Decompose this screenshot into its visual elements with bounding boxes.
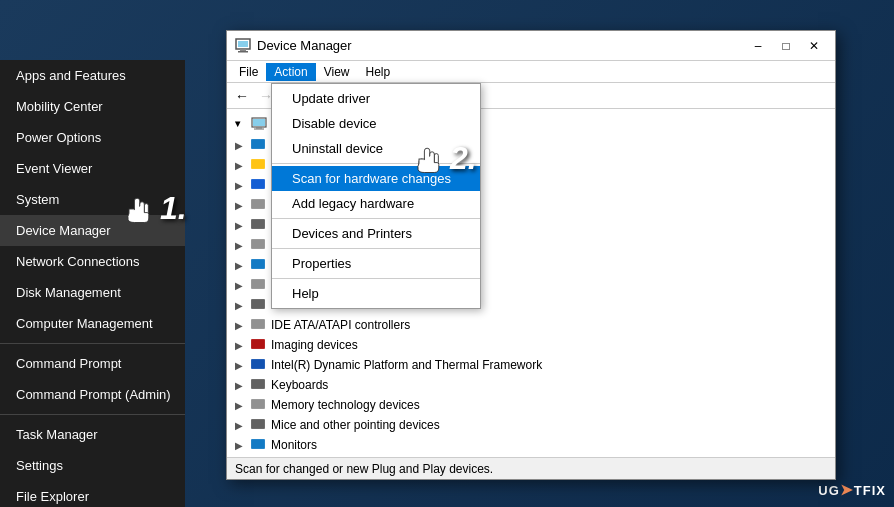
device-icon — [251, 297, 267, 313]
tree-item-label: Intel(R) Dynamic Platform and Thermal Fr… — [271, 358, 542, 372]
action-item-uninstall-device[interactable]: Uninstall device — [272, 136, 480, 161]
svg-rect-22 — [252, 220, 264, 228]
svg-rect-14 — [252, 140, 264, 148]
tree-expander: ▶ — [235, 300, 251, 311]
context-menu-label: Settings — [16, 458, 63, 473]
device-icon — [251, 257, 267, 273]
tree-item-mice[interactable]: ▶ Mice and other pointing devices — [227, 415, 835, 435]
tree-expander: ▶ — [235, 280, 251, 291]
menu-view[interactable]: View — [316, 63, 358, 81]
tree-item-label: Imaging devices — [271, 338, 358, 352]
action-item-properties[interactable]: Properties — [272, 251, 480, 276]
device-icon — [251, 397, 267, 413]
minimize-button[interactable]: – — [745, 36, 771, 56]
context-menu-label: Command Prompt — [16, 356, 121, 371]
device-icon — [251, 137, 267, 153]
menu-action[interactable]: Action — [266, 63, 315, 81]
svg-rect-18 — [252, 180, 264, 188]
context-menu-item-settings[interactable]: Settings — [0, 450, 185, 481]
context-menu-label: Network Connections — [16, 254, 140, 269]
tree-expander: ▶ — [235, 140, 251, 151]
device-icon — [251, 417, 267, 433]
context-menu-label: Command Prompt (Admin) — [16, 387, 171, 402]
context-menu-label: Power Options — [16, 130, 101, 145]
action-item-devices-printers[interactable]: Devices and Printers — [272, 221, 480, 246]
svg-rect-26 — [252, 260, 264, 268]
window-controls: – □ ✕ — [745, 36, 827, 56]
action-item-help[interactable]: Help — [272, 281, 480, 306]
context-menu-item-system[interactable]: System — [0, 184, 185, 215]
context-menu-item-task-manager[interactable]: Task Manager — [0, 419, 185, 450]
menu-help[interactable]: Help — [358, 63, 399, 81]
context-menu-item-mobility-center[interactable]: Mobility Center — [0, 91, 185, 122]
action-item-add-legacy[interactable]: Add legacy hardware — [272, 191, 480, 216]
tree-expander: ▶ — [235, 220, 251, 231]
dropdown-separator — [272, 218, 480, 219]
context-menu-label: Task Manager — [16, 427, 98, 442]
action-item-disable-device[interactable]: Disable device — [272, 111, 480, 136]
context-menu: Apps and FeaturesMobility CenterPower Op… — [0, 60, 185, 507]
context-menu-item-file-explorer[interactable]: File Explorer — [0, 481, 185, 507]
svg-rect-30 — [252, 300, 264, 308]
tree-expander: ▶ — [235, 380, 251, 391]
tree-expander: ▶ — [235, 440, 251, 451]
tree-expander: ▶ — [235, 360, 251, 371]
device-icon — [251, 317, 267, 333]
tree-item-memory[interactable]: ▶ Memory technology devices — [227, 395, 835, 415]
action-item-scan-hardware[interactable]: Scan for hardware changes — [272, 166, 480, 191]
device-icon — [251, 157, 267, 173]
svg-rect-7 — [240, 49, 246, 51]
menu-bar: File Action View Help Update driverDisab… — [227, 61, 835, 83]
svg-rect-38 — [252, 380, 264, 388]
tree-item-keyboards[interactable]: ▶ Keyboards — [227, 375, 835, 395]
svg-rect-36 — [252, 360, 264, 368]
close-button[interactable]: ✕ — [801, 36, 827, 56]
svg-rect-8 — [238, 51, 248, 53]
device-icon — [251, 377, 267, 393]
dropdown-separator — [272, 248, 480, 249]
tree-expander: ▶ — [235, 200, 251, 211]
svg-rect-16 — [252, 160, 264, 168]
tree-expander: ▶ — [235, 160, 251, 171]
context-menu-label: Event Viewer — [16, 161, 92, 176]
context-menu-item-command-prompt-admin[interactable]: Command Prompt (Admin) — [0, 379, 185, 410]
tree-item-label: Mice and other pointing devices — [271, 418, 440, 432]
tree-item-intel-framework[interactable]: ▶ Intel(R) Dynamic Platform and Thermal … — [227, 355, 835, 375]
tree-item-monitors[interactable]: ▶ Monitors — [227, 435, 835, 455]
context-menu-label: Mobility Center — [16, 99, 103, 114]
tree-item-ide[interactable]: ▶ IDE ATA/ATAPI controllers — [227, 315, 835, 335]
dropdown-separator — [272, 163, 480, 164]
svg-rect-34 — [252, 340, 264, 348]
context-menu-item-device-manager[interactable]: Device Manager — [0, 215, 185, 246]
tree-expander: ▶ — [235, 320, 251, 331]
back-button[interactable]: ← — [231, 85, 253, 107]
context-menu-item-event-viewer[interactable]: Event Viewer — [0, 153, 185, 184]
dropdown-separator — [272, 278, 480, 279]
context-menu-item-network-connections[interactable]: Network Connections — [0, 246, 185, 277]
action-item-update-driver[interactable]: Update driver — [272, 86, 480, 111]
tree-item-label: Memory technology devices — [271, 398, 420, 412]
device-icon — [251, 337, 267, 353]
context-menu-item-command-prompt[interactable]: Command Prompt — [0, 348, 185, 379]
context-menu-item-disk-management[interactable]: Disk Management — [0, 277, 185, 308]
menu-separator — [0, 414, 185, 415]
context-menu-label: Device Manager — [16, 223, 111, 238]
context-menu-label: Disk Management — [16, 285, 121, 300]
tree-item-imaging[interactable]: ▶ Imaging devices — [227, 335, 835, 355]
maximize-button[interactable]: □ — [773, 36, 799, 56]
device-icon — [251, 217, 267, 233]
device-icon — [251, 357, 267, 373]
context-menu-label: File Explorer — [16, 489, 89, 504]
context-menu-item-apps-features[interactable]: Apps and Features — [0, 60, 185, 91]
svg-rect-6 — [238, 41, 248, 47]
context-menu-item-computer-management[interactable]: Computer Management — [0, 308, 185, 339]
svg-rect-32 — [252, 320, 264, 328]
device-icon — [251, 277, 267, 293]
context-menu-item-power-options[interactable]: Power Options — [0, 122, 185, 153]
tree-expander: ▶ — [235, 180, 251, 191]
menu-file[interactable]: File — [231, 63, 266, 81]
window-icon — [235, 38, 251, 54]
context-menu-label: Apps and Features — [16, 68, 126, 83]
tree-item-network-adapters[interactable]: ▶ Network adapters — [227, 455, 835, 457]
svg-rect-28 — [252, 280, 264, 288]
